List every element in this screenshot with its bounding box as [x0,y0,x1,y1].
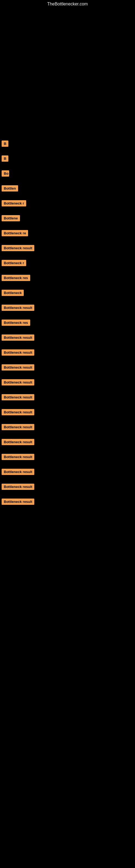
bottleneck-result-label: Bottleneck result [2,484,34,490]
list-item: Bottleneck re [0,228,135,238]
page-wrapper: TheBottlenecker.com B B Bo Bottlen Bottl… [0,0,135,517]
bottleneck-result-label: Bottleneck res [2,275,30,281]
list-item: Bottleneck result [0,243,135,253]
list-item: Bottleneck result [0,348,135,357]
bottleneck-result-label: Bottleneck result [2,305,34,311]
list-item: Bottleneck result [0,422,135,432]
list-item: Bottleneck res [0,273,135,283]
list-item: Bottleneck result [0,363,135,372]
bottleneck-result-label: Bottleneck result [2,349,34,355]
site-title: TheBottlenecker.com [47,0,88,7]
bottleneck-result-label: Bottleneck [2,290,24,296]
bottleneck-result-label: B [2,141,8,147]
list-item: Bo [0,169,135,178]
site-title-bar: TheBottlenecker.com [0,0,135,8]
bottleneck-result-label: Bottleneck r [2,200,26,207]
bottleneck-result-label: Bottleneck result [2,454,34,460]
list-item: Bottleneck result [0,452,135,462]
list-item: Bottleneck result [0,497,135,506]
list-item: Bottleneck result [0,467,135,476]
bottleneck-result-label: Bottleneck result [2,439,34,445]
bottleneck-result-label: Bottleneck re [2,230,28,236]
bottleneck-result-label: Bottleneck result [2,499,34,505]
top-black-area [0,8,135,138]
list-item: B [0,138,135,148]
list-item: Bottleneck [0,288,135,298]
list-item: Bottleneck r [0,198,135,208]
bottleneck-result-label: Bo [2,170,9,177]
bottleneck-result-label: Bottleneck result [2,424,34,430]
list-item: Bottleneck result [0,482,135,492]
bottleneck-result-label: B [2,155,8,162]
bottleneck-result-label: Bottleneck result [2,409,34,415]
bottleneck-result-label: Bottleneck result [2,335,34,341]
list-item: Bottleneck res [0,318,135,328]
list-item: B [0,154,135,163]
list-item: Bottlene [0,214,135,223]
list-item: Bottleneck result [0,303,135,312]
list-item: Bottleneck result [0,407,135,417]
rows-container: B B Bo Bottlen Bottleneck r Bottlene B [0,138,135,517]
bottleneck-result-label: Bottleneck result [2,379,34,385]
list-item: Bottlen [0,184,135,193]
list-item: Bottleneck result [0,393,135,402]
bottleneck-result-label: Bottleneck result [2,245,34,251]
bottleneck-result-label: Bottleneck res [2,319,30,326]
bottleneck-result-label: Bottlene [2,215,20,221]
bottleneck-result-label: Bottleneck result [2,364,34,371]
bottleneck-result-label: Bottleneck r [2,260,26,266]
list-item: Bottleneck r [0,258,135,268]
bottleneck-result-label: Bottlen [2,185,18,191]
bottleneck-result-label: Bottleneck result [2,469,34,475]
list-item: Bottleneck result [0,333,135,342]
list-item: Bottleneck result [0,378,135,387]
list-item: Bottleneck result [0,437,135,447]
bottleneck-result-label: Bottleneck result [2,394,34,400]
